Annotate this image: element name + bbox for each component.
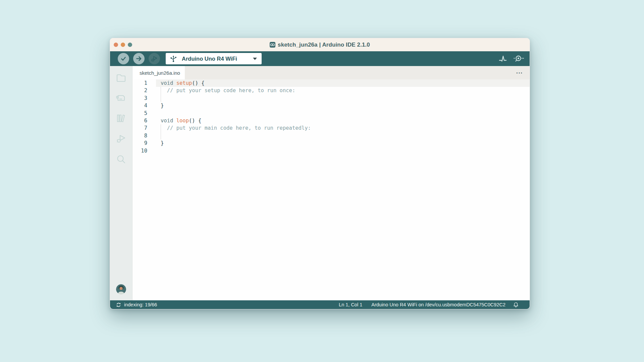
line-content [156,132,530,139]
toolbar-right [498,54,524,63]
sidebar-item-debug[interactable] [116,133,126,144]
caret-down-icon [253,58,257,60]
indent-guide [161,87,161,94]
bell-icon [513,302,519,308]
editor-content: sketch_jun26a.ino ··· 1void setup() {2 /… [132,66,530,300]
line-number: 10 [132,147,147,155]
activity-sidebar [110,66,132,300]
cursor-position[interactable]: Ln 1, Col 1 [339,302,362,307]
line-number: 6 [132,117,147,124]
code-line[interactable]: 7 // put your main code here, to run rep… [132,124,530,132]
line-number: 2 [132,87,147,94]
magnifier-dots-icon [513,54,524,63]
usb-icon [170,55,177,63]
line-content: void setup() { [156,79,530,87]
board-port-status[interactable]: Arduino Uno R4 WiFi on /dev/cu.usbmodemD… [371,302,505,307]
window-title: sketch_jun26a | Arduino IDE 2.1.0 [278,42,370,48]
titlebar: sketch_jun26a | Arduino IDE 2.1.0 [110,38,530,51]
line-content: // put your main code here, to run repea… [156,124,530,132]
maximize-window-button[interactable] [128,43,132,47]
serial-monitor-button[interactable] [513,54,524,63]
upload-button[interactable] [133,53,145,64]
line-number: 8 [132,132,147,139]
line-content: } [156,102,530,109]
traffic-lights [114,38,132,51]
sync-icon [116,302,121,308]
tab-label: sketch_jun26a.ino [140,70,180,76]
line-number: 9 [132,139,147,147]
indexing-status: indexing: 19/66 [116,302,157,308]
user-avatar[interactable] [116,284,126,294]
pulse-icon [498,54,507,63]
code-line[interactable]: 5 [132,110,530,117]
line-number: 4 [132,102,147,109]
line-number: 7 [132,124,147,132]
tabbar: sketch_jun26a.ino ··· [132,66,530,79]
toolbar: Arduino Uno R4 WiFi [110,51,530,66]
board-selector-dropdown[interactable]: Arduino Uno R4 WiFi [166,53,262,64]
code-line[interactable]: 4} [132,102,530,109]
line-content [156,95,530,102]
code-lines: 1void setup() {2 // put your setup code … [132,79,530,155]
minimize-window-button[interactable] [121,43,125,47]
sidebar-item-sketchbook[interactable] [116,72,126,83]
indent-guide [161,95,161,102]
books-icon [116,113,126,124]
code-line[interactable]: 9} [132,139,530,147]
board-icon [116,93,126,103]
line-number: 5 [132,110,147,117]
verify-button[interactable] [118,53,129,64]
arrow-right-icon [136,55,142,62]
serial-plotter-button[interactable] [498,54,507,63]
line-content: // put your setup code here, to run once… [156,87,530,94]
code-line[interactable]: 8 [132,132,530,139]
main-area: sketch_jun26a.ino ··· 1void setup() {2 /… [110,66,530,300]
line-content [156,110,530,117]
statusbar: indexing: 19/66 Ln 1, Col 1 Arduino Uno … [110,300,530,309]
tab-overflow-menu[interactable]: ··· [516,70,530,76]
debug-bug-icon [116,134,126,144]
board-selector-label: Arduino Uno R4 WiFi [182,56,237,62]
folder-icon [116,72,126,82]
tab-sketch-jun26a[interactable]: sketch_jun26a.ino [132,66,185,79]
sidebar-item-library-manager[interactable] [116,113,126,124]
indexing-label: indexing: 19/66 [124,302,157,307]
line-number: 3 [132,95,147,102]
line-content: void loop() { [156,117,530,124]
search-icon [116,154,126,165]
line-number: 1 [132,79,147,87]
code-editor[interactable]: 1void setup() {2 // put your setup code … [132,79,530,300]
arduino-app-icon [270,42,275,48]
indent-guide [161,124,161,132]
title-wrap: sketch_jun26a | Arduino IDE 2.1.0 [270,42,370,48]
close-window-button[interactable] [114,43,118,47]
statusbar-right: Ln 1, Col 1 Arduino Uno R4 WiFi on /dev/… [339,302,519,308]
code-line[interactable]: 1void setup() { [132,79,530,87]
notifications-button[interactable] [513,302,519,308]
arduino-ide-window: sketch_jun26a | Arduino IDE 2.1.0 [110,38,530,309]
debug-button[interactable] [149,53,160,64]
sidebar-item-search[interactable] [116,154,126,165]
code-line[interactable]: 6void loop() { [132,117,530,124]
indent-guide [161,132,161,139]
code-line[interactable]: 10 [132,147,530,155]
line-content [156,147,530,155]
code-line[interactable]: 3 [132,95,530,102]
code-line[interactable]: 2 // put your setup code here, to run on… [132,87,530,94]
debug-icon [151,55,158,62]
check-icon [120,55,127,62]
sidebar-item-boards-manager[interactable] [116,93,126,103]
line-content: } [156,139,530,147]
